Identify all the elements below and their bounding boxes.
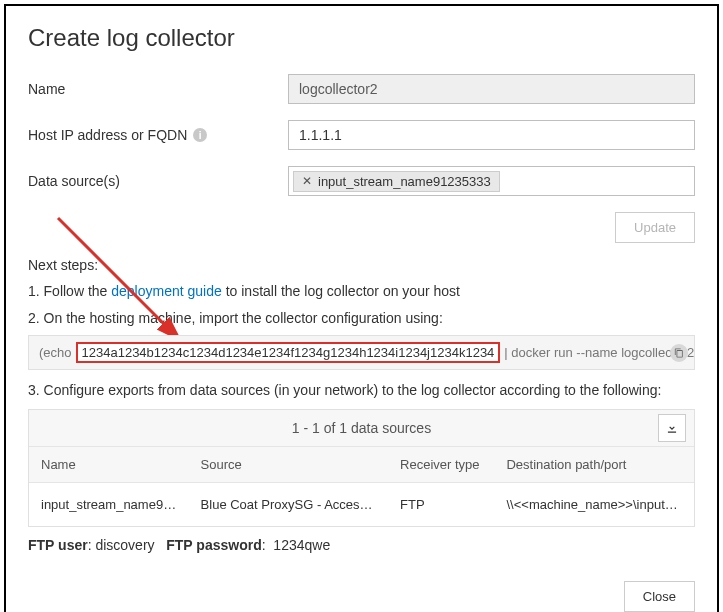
download-icon [665, 421, 679, 435]
close-button[interactable]: Close [624, 581, 695, 612]
next-steps-header: Next steps: [28, 257, 695, 273]
update-button[interactable]: Update [615, 212, 695, 243]
ftp-credentials: FTP user: discovery FTP password: 1234qw… [28, 537, 695, 553]
step-2: 2. On the hosting machine, import the co… [28, 308, 695, 329]
info-icon[interactable]: i [193, 128, 207, 142]
col-destination[interactable]: Destination path/port [494, 447, 694, 483]
remove-tag-icon[interactable]: ✕ [302, 174, 312, 188]
host-label: Host IP address or FQDN i [28, 127, 288, 143]
deployment-guide-link[interactable]: deployment guide [111, 283, 222, 299]
download-button[interactable] [658, 414, 686, 442]
step-3: 3. Configure exports from data sources (… [28, 380, 695, 401]
col-name[interactable]: Name [29, 447, 189, 483]
table-row[interactable]: input_stream_name9… Blue Coat ProxySG - … [29, 483, 694, 527]
copy-icon[interactable] [670, 344, 688, 362]
data-sources-table: 1 - 1 of 1 data sources Name Source Rece… [28, 409, 695, 527]
api-token-highlight: 1234a1234b1234c1234d1234e1234f1234g1234h… [76, 342, 501, 363]
data-source-tag[interactable]: ✕ input_stream_name91235333 [293, 171, 500, 192]
table-header-row: Name Source Receiver type Destination pa… [29, 447, 694, 483]
table-caption: 1 - 1 of 1 data sources [292, 420, 431, 436]
step-1: 1. Follow the deployment guide to instal… [28, 281, 695, 302]
command-box[interactable]: (echo 1234a1234b1234c1234d1234e1234f1234… [28, 335, 695, 370]
dialog-title: Create log collector [28, 24, 695, 52]
data-sources-label: Data source(s) [28, 173, 288, 189]
host-input[interactable] [288, 120, 695, 150]
name-input[interactable] [288, 74, 695, 104]
col-source[interactable]: Source [189, 447, 389, 483]
name-label: Name [28, 81, 288, 97]
data-sources-input[interactable]: ✕ input_stream_name91235333 [288, 166, 695, 196]
col-receiver[interactable]: Receiver type [388, 447, 494, 483]
